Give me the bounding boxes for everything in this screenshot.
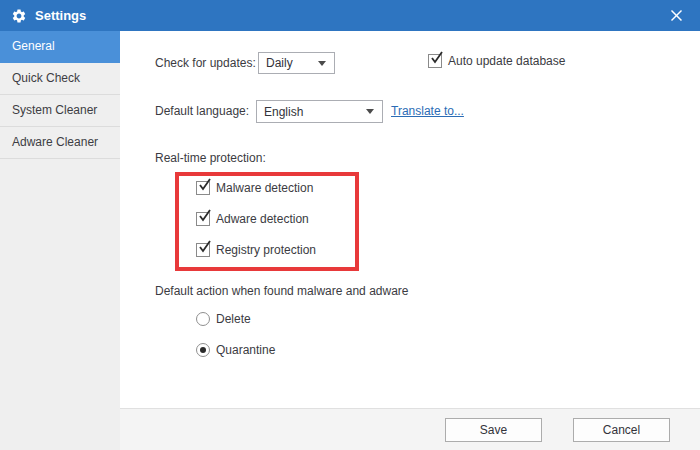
radio-button bbox=[196, 312, 210, 326]
dropdown-value: Daily bbox=[266, 56, 293, 70]
chevron-down-icon bbox=[366, 109, 374, 114]
check-for-updates-label: Check for updates: bbox=[155, 56, 256, 70]
translate-to-link[interactable]: Translate to... bbox=[391, 104, 464, 118]
sidebar: General Quick Check System Cleaner Adwar… bbox=[0, 31, 120, 450]
cancel-button[interactable]: Cancel bbox=[573, 418, 670, 442]
checkmark-icon bbox=[197, 239, 213, 255]
registry-protection-label: Registry protection bbox=[216, 243, 316, 257]
delete-label: Delete bbox=[216, 312, 251, 326]
sidebar-item-general[interactable]: General bbox=[0, 31, 120, 63]
chevron-down-icon bbox=[318, 61, 326, 66]
auto-update-label: Auto update database bbox=[448, 54, 565, 68]
check-for-updates-dropdown[interactable]: Daily bbox=[258, 52, 335, 74]
close-icon bbox=[670, 9, 683, 22]
delete-radio[interactable]: Delete bbox=[196, 311, 251, 326]
registry-protection-checkbox[interactable]: Registry protection bbox=[196, 242, 316, 258]
checkmark-icon bbox=[429, 50, 445, 66]
checkmark-icon bbox=[197, 177, 213, 193]
settings-window: Settings General Quick Check System Clea… bbox=[0, 0, 700, 450]
checkbox bbox=[428, 54, 442, 68]
checkbox bbox=[196, 243, 210, 257]
default-language-label: Default language: bbox=[155, 104, 249, 118]
radio-button bbox=[196, 343, 210, 357]
content-panel: Check for updates: Daily Auto update dat… bbox=[120, 31, 700, 450]
realtime-protection-label: Real-time protection: bbox=[155, 151, 266, 165]
titlebar: Settings bbox=[0, 0, 700, 31]
checkbox bbox=[196, 212, 210, 226]
gear-icon bbox=[11, 8, 27, 24]
adware-detection-label: Adware detection bbox=[216, 212, 309, 226]
sidebar-item-adware-cleaner[interactable]: Adware Cleaner bbox=[0, 127, 120, 159]
close-button[interactable] bbox=[669, 8, 684, 23]
sidebar-item-system-cleaner[interactable]: System Cleaner bbox=[0, 95, 120, 127]
malware-detection-checkbox[interactable]: Malware detection bbox=[196, 180, 313, 196]
quarantine-radio[interactable]: Quarantine bbox=[196, 342, 275, 357]
default-language-dropdown[interactable]: English bbox=[256, 100, 383, 123]
default-action-label: Default action when found malware and ad… bbox=[155, 284, 409, 298]
checkbox bbox=[196, 181, 210, 195]
checkmark-icon bbox=[197, 208, 213, 224]
footer: Save Cancel bbox=[120, 408, 700, 450]
malware-detection-label: Malware detection bbox=[216, 181, 313, 195]
window-title: Settings bbox=[35, 8, 86, 23]
dropdown-value: English bbox=[264, 105, 303, 119]
adware-detection-checkbox[interactable]: Adware detection bbox=[196, 211, 309, 227]
save-button[interactable]: Save bbox=[445, 418, 542, 442]
auto-update-checkbox[interactable]: Auto update database bbox=[428, 53, 565, 69]
sidebar-item-quick-check[interactable]: Quick Check bbox=[0, 63, 120, 95]
quarantine-label: Quarantine bbox=[216, 343, 275, 357]
